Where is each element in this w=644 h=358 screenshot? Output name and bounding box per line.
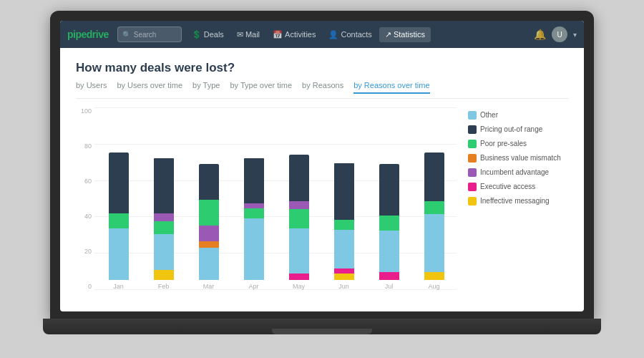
x-label-jun: Jun xyxy=(338,283,349,290)
avatar[interactable]: U xyxy=(552,26,567,42)
bar-segment-1-4 xyxy=(154,158,174,213)
y-label-0: 0 xyxy=(76,283,94,290)
tab-by-reasons-over-time[interactable]: by Reasons over time xyxy=(353,81,429,94)
bar-column-jan: Jan xyxy=(99,153,138,290)
laptop-container: pipedrive 🔍 Search 💲 Deals ✉ Mail xyxy=(43,11,601,347)
bar-segment-7-1 xyxy=(424,214,444,272)
bar-segment-5-2 xyxy=(334,230,354,268)
deals-icon: 💲 xyxy=(192,30,202,39)
legend-color-1 xyxy=(468,125,477,134)
nav-activities[interactable]: 📅 Activities xyxy=(267,27,321,42)
nav-deals-label: Deals xyxy=(204,30,224,39)
bar-segment-5-1 xyxy=(334,268,354,274)
x-label-aug: Aug xyxy=(428,283,439,290)
legend-text-3: Business value mismatch xyxy=(480,153,561,163)
bar-segment-2-1 xyxy=(199,241,219,248)
chart-inner: 0 20 40 60 80 100 xyxy=(76,107,457,304)
bar-segment-0-0 xyxy=(109,228,129,280)
tab-by-type-over-time[interactable]: by Type over time xyxy=(230,81,292,94)
x-label-mar: Mar xyxy=(203,283,215,290)
bar-column-jul: Jul xyxy=(369,164,409,290)
legend-color-4 xyxy=(468,168,477,177)
y-axis: 0 20 40 60 80 100 xyxy=(76,107,94,290)
y-label-60: 60 xyxy=(76,178,94,185)
bar-stack-jun xyxy=(334,163,354,280)
bar-stack-mar xyxy=(199,164,219,280)
chart-container: 0 20 40 60 80 100 xyxy=(76,107,457,304)
chart-title: How many deals were lost? xyxy=(76,61,568,75)
x-label-may: May xyxy=(293,283,305,290)
legend-color-2 xyxy=(468,140,477,148)
tab-by-users-over-time[interactable]: by Users over time xyxy=(117,81,182,94)
bar-segment-6-3 xyxy=(379,164,399,216)
nav-deals[interactable]: 💲 Deals xyxy=(186,27,230,42)
bar-segment-3-2 xyxy=(244,203,264,208)
nav-right: 🔔 U ▾ xyxy=(534,26,577,42)
bar-segment-7-2 xyxy=(424,201,444,214)
legend-item-1: Pricing out-of range xyxy=(468,125,568,134)
y-label-40: 40 xyxy=(76,213,94,220)
x-label-feb: Feb xyxy=(158,283,170,290)
legend-item-0: Other xyxy=(468,110,568,120)
bar-segment-3-1 xyxy=(244,208,264,218)
y-label-20: 20 xyxy=(76,248,94,255)
bar-column-aug: Aug xyxy=(414,153,454,290)
bar-segment-6-2 xyxy=(379,216,399,231)
bar-segment-5-3 xyxy=(334,220,354,230)
legend-text-6: Ineffective messaging xyxy=(480,196,550,205)
bar-segment-4-2 xyxy=(289,209,309,228)
bar-segment-1-3 xyxy=(154,213,174,221)
search-icon: 🔍 xyxy=(122,31,131,39)
contacts-icon: 👤 xyxy=(328,30,338,39)
nav-activities-label: Activities xyxy=(285,30,316,39)
bar-stack-feb xyxy=(154,158,174,280)
bar-segment-4-1 xyxy=(289,228,309,274)
bar-segment-6-1 xyxy=(379,231,399,272)
legend: OtherPricing out-of rangePoor pre-salesB… xyxy=(468,107,568,304)
nav-contacts[interactable]: 👤 Contacts xyxy=(323,27,377,42)
bar-stack-aug xyxy=(424,153,444,280)
bar-column-feb: Feb xyxy=(144,158,183,290)
tab-by-reasons[interactable]: by Reasons xyxy=(302,81,343,94)
tab-by-users[interactable]: by Users xyxy=(76,81,107,94)
legend-color-3 xyxy=(468,154,477,163)
bar-column-may: May xyxy=(279,155,318,290)
bar-column-mar: Mar xyxy=(189,164,228,290)
nav-statistics[interactable]: ↗ Statistics xyxy=(379,27,431,42)
screen: pipedrive 🔍 Search 💲 Deals ✉ Mail xyxy=(60,21,584,311)
bar-stack-jan xyxy=(109,153,129,280)
bar-column-jun: Jun xyxy=(324,163,364,290)
legend-text-2: Poor pre-sales xyxy=(480,139,527,148)
activities-icon: 📅 xyxy=(273,30,283,39)
bar-column-apr: Apr xyxy=(234,158,273,290)
search-placeholder: Search xyxy=(134,31,157,39)
bars-group: JanFebMarAprMayJunJulAug xyxy=(96,153,457,290)
bar-segment-2-4 xyxy=(199,164,219,200)
bar-segment-1-1 xyxy=(154,234,174,270)
bar-segment-0-2 xyxy=(109,153,129,213)
nav-mail[interactable]: ✉ Mail xyxy=(231,27,265,42)
legend-text-5: Executive access xyxy=(480,182,535,191)
tab-by-type[interactable]: by Type xyxy=(192,81,220,94)
screen-bezel: pipedrive 🔍 Search 💲 Deals ✉ Mail xyxy=(50,11,594,319)
bar-stack-may xyxy=(289,155,309,280)
legend-item-4: Incumbent advantage xyxy=(468,168,568,177)
bar-segment-7-0 xyxy=(424,272,444,280)
search-bar[interactable]: 🔍 Search xyxy=(117,26,182,42)
nav-mail-label: Mail xyxy=(245,30,260,39)
bell-icon[interactable]: 🔔 xyxy=(534,29,546,40)
bar-segment-0-1 xyxy=(109,213,129,229)
bar-segment-3-3 xyxy=(244,158,264,203)
bar-segment-2-3 xyxy=(199,200,219,226)
bar-segment-6-0 xyxy=(379,272,399,280)
bar-segment-7-3 xyxy=(424,153,444,201)
legend-color-0 xyxy=(468,111,477,120)
legend-text-4: Incumbent advantage xyxy=(480,168,549,177)
bar-segment-1-2 xyxy=(154,221,174,234)
main-content: How many deals were lost? by Users by Us… xyxy=(60,48,584,311)
grid-line-80 xyxy=(94,144,457,145)
bar-segment-1-0 xyxy=(154,270,174,280)
bar-segment-4-3 xyxy=(289,201,309,209)
bar-stack-apr xyxy=(244,158,264,280)
legend-text-1: Pricing out-of range xyxy=(480,125,542,134)
